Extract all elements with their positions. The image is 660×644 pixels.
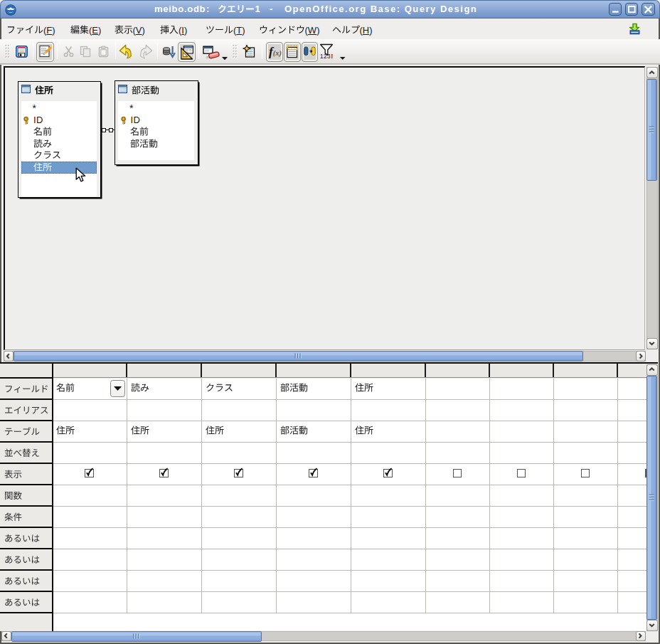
svg-text:!: ! bbox=[331, 52, 333, 59]
svg-text:123: 123 bbox=[320, 53, 331, 59]
